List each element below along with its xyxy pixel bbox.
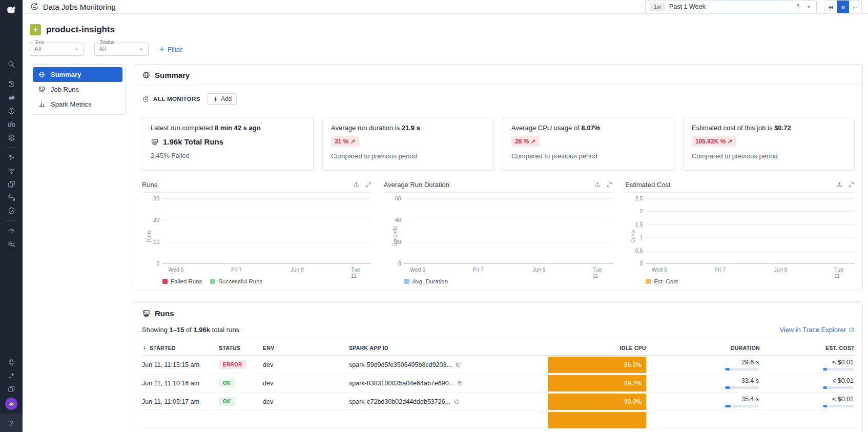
cell-spark-app-id[interactable]: spark-e72bd30b02d44dddb53726... [349,398,548,405]
stat-headline: Estimated cost of this job is $0.72 [692,124,846,132]
idle-cpu-heat-cell [548,412,646,428]
column-header-duration[interactable]: DURATION [646,345,760,351]
env-filter-value: All [34,46,74,53]
sidebar-item-service-map[interactable] [0,191,23,204]
copy-icon[interactable] [453,399,460,405]
sidebar-item-dashboards[interactable] [0,91,23,104]
status-filter-value: All [99,46,138,53]
stat-card-2: Average CPU usage of 8.07%28 % ↗Compared… [503,117,674,171]
table-row[interactable]: Jun 11, 11:15:15 amERRORdevspark-59d9d5f… [142,356,855,374]
summary-heading: Summary [142,71,855,79]
infrastructure-icon [7,133,16,142]
status-filter-select[interactable]: Status All [94,43,149,56]
stat-headline: Latest run completed 8 min 42 s ago [151,124,305,132]
subnav-item-summary[interactable]: Summary [33,67,122,82]
app-title: Data Jobs Monitoring [43,3,116,11]
trend-badge: 28 % ↗ [511,136,540,147]
sidebar-item-security[interactable] [0,204,23,217]
expand-icon[interactable] [848,181,855,188]
bits-ai-avatar[interactable] [5,398,17,410]
time-range-selector[interactable]: 1w Past 1 Week [645,0,817,13]
sidebar-item-workspaces[interactable] [0,382,23,396]
chart-plot-area[interactable]: 0204060 [404,199,613,264]
cell-duration: 35.4 s [646,396,760,407]
sidebar-item-apm[interactable] [0,164,23,177]
copy-icon[interactable] [455,362,461,368]
sidebar-item-metrics[interactable] [0,224,23,237]
fast-forward-icon [852,4,859,11]
export-icon[interactable] [594,181,601,188]
column-header-spark-app-id[interactable]: SPARK APP ID [349,345,548,351]
add-filter-button[interactable]: Filter [159,46,182,53]
logs-icon [7,240,16,249]
subnav-item-job-runs[interactable]: Job Runs [33,82,122,97]
sidebar-item-ai-assistant[interactable] [0,369,23,382]
globe-icon [38,71,46,78]
subnav-item-spark-metrics[interactable]: Spark Metrics [33,97,122,112]
sidebar-item-monitors[interactable] [0,117,23,131]
chart-plot-area[interactable]: 0102030 [162,199,371,264]
x-tick-label: Jun 9 [291,266,304,273]
processes-icon [7,153,16,162]
sidebar-item-infrastructure[interactable] [0,131,23,144]
add-monitor-button[interactable]: Add [208,93,237,105]
status-badge: OK [219,397,235,406]
env-filter-select[interactable]: Env All [30,43,84,56]
table-row[interactable] [142,411,855,429]
sidebar-item-processes[interactable] [0,151,23,164]
sidebar-item-logs[interactable] [0,237,23,251]
sidebar-item-watchdog[interactable] [0,104,23,117]
legend-swatch [404,279,409,284]
sidebar-item-software-catalog[interactable] [0,177,23,191]
expand-icon[interactable] [606,181,613,188]
cell-spark-app-id[interactable]: spark-8383100035a04e64ab7e690... [349,380,548,387]
export-icon[interactable] [353,181,360,188]
column-header-est-cost[interactable]: EST. COST [760,345,855,351]
x-tick-label: Jun 9 [532,266,546,273]
sidebar-item-integrations[interactable] [0,356,23,369]
column-header-idle-cpu[interactable]: IDLE CPU [548,345,646,351]
datadog-logo[interactable] [0,0,23,20]
forward-button[interactable] [849,1,861,13]
y-tick-label: 1.5 [628,221,643,228]
pin-icon[interactable] [795,4,801,10]
idle-cpu-heat-cell: 90.0% [548,394,646,410]
legend-swatch [162,279,168,284]
y-tick-label: 30 [145,195,159,201]
table-row[interactable]: Jun 11, 11:10:16 amOKdevspark-8383100035… [142,374,855,393]
app-title-group: Data Jobs Monitoring [30,2,116,11]
column-header-env[interactable]: ENV [263,345,349,351]
stat-card-0: Latest run completed 8 min 42 s ago1.96k… [142,117,314,171]
y-tick-label: 1 [628,234,643,240]
globe-icon [142,71,151,79]
time-range-badge: 1w [650,3,665,11]
chart-plot-area[interactable]: 00.511.522.5 [646,199,855,264]
metrics-icon [7,227,16,235]
chevron-down-icon[interactable] [805,4,812,10]
cell-status: ERROR [219,360,263,369]
cell-spark-app-id[interactable]: spark-59d9d5fe3506495b8cd9203... [349,361,548,368]
x-tick-label: Wed 5 [168,266,183,273]
export-icon[interactable] [836,181,843,188]
plus-icon [213,96,218,102]
column-header-started[interactable]: STARTED [142,345,219,351]
help-button[interactable]: ? [0,414,23,432]
view-in-trace-explorer-link[interactable]: View in Trace Explorer [779,326,855,334]
bits-ai-icon [8,400,15,408]
copy-icon[interactable] [457,380,463,386]
y-tick-label: 0 [628,260,643,266]
sidebar-item-history[interactable] [0,77,23,91]
summary-panel: Summary ALL MONITORS Add [134,64,863,291]
y-tick-label: 2.5 [628,195,643,201]
stat-headline: Average CPU usage of 8.07% [511,124,666,132]
pause-button[interactable] [837,1,849,13]
app-root: ? Data Jobs Monitoring 1w Past 1 Week [0,0,868,432]
legend-item: Successful Runs [210,278,262,284]
sidebar-item-search[interactable] [0,57,23,71]
status-badge: OK [219,379,235,387]
expand-icon[interactable] [365,181,371,188]
table-row[interactable]: Jun 11, 11:05:17 amOKdevspark-e72bd30b02… [142,393,855,411]
column-header-status[interactable]: STATUS [219,345,263,351]
rewind-button[interactable] [824,1,837,13]
subnav-item-label: Summary [51,71,81,78]
